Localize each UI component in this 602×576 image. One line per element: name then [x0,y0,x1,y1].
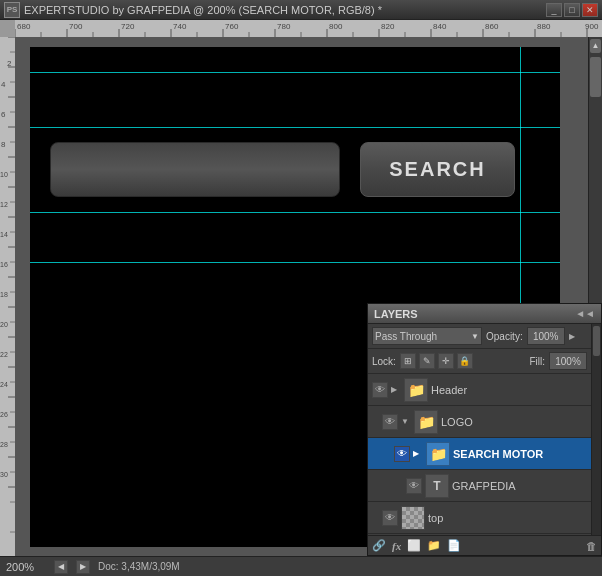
guide-line-h4 [30,262,560,263]
search-button-element[interactable]: SEARCH [360,142,515,197]
layers-panel: LAYERS ◄◄ Pass Through ▼ Opacity: 100% ▶… [367,303,602,556]
layers-label: LAYERS [374,308,418,320]
svg-text:24: 24 [0,381,8,388]
svg-text:14: 14 [0,231,8,238]
blend-mode-row: Pass Through ▼ Opacity: 100% ▶ [368,324,601,349]
svg-text:780: 780 [277,22,291,31]
expand-logo[interactable]: ▼ [401,417,411,426]
folder-thumb-header: 📁 [404,378,428,402]
checker-thumb-top [401,506,425,530]
svg-text:800: 800 [329,22,343,31]
layer-list: 👁 ▶ 📁 Header 👁 ▼ 📁 LOGO 👁 ▶ 📁 SEARCH MOT… [368,374,601,535]
layers-panel-title: LAYERS ◄◄ [368,304,601,324]
title-bar-text: EXPERTSTUDIO by GRAFPEDIA @ 200% (SEARCH… [20,4,546,16]
layers-collapse-button[interactable]: ◄◄ [575,308,595,319]
lock-fill-row: Lock: ⊞ ✎ ✛ 🔒 Fill: 100% ▶ [368,349,601,374]
minimize-button[interactable]: _ [546,3,562,17]
layer-row-top[interactable]: 👁 top [368,502,601,534]
search-input-element [50,142,340,197]
close-button[interactable]: ✕ [582,3,598,17]
eye-icon-search-motor[interactable]: 👁 [394,446,410,462]
eye-icon-grafpedia[interactable]: 👁 [406,478,422,494]
fx-icon[interactable]: fx [392,540,401,552]
svg-text:26: 26 [0,411,8,418]
ruler-body: 680 700 720 740 760 780 800 820 840 860 [15,20,602,37]
next-page-button[interactable]: ▶ [76,560,90,574]
layer-label-header: Header [431,384,597,396]
mask-icon[interactable]: ⬜ [407,539,421,552]
svg-text:720: 720 [121,22,135,31]
text-thumb-grafpedia: T [425,474,449,498]
lock-position-icon[interactable]: ⊞ [400,353,416,369]
svg-text:28: 28 [0,441,8,448]
svg-text:760: 760 [225,22,239,31]
lock-move-icon[interactable]: ✛ [438,353,454,369]
restore-button[interactable]: □ [564,3,580,17]
layer-label-grafpedia: GRAFPEDIA [452,480,597,492]
layers-scrollbar[interactable] [591,324,601,535]
fill-row: Fill: 100% ▶ [529,352,597,370]
svg-text:22: 22 [0,351,8,358]
scroll-up-arrow[interactable]: ▲ [590,39,601,53]
layers-scroll-thumb[interactable] [593,326,600,356]
layers-bottom-bar: 🔗 fx ⬜ 📁 📄 🗑 [368,535,601,555]
layer-row-grafpedia[interactable]: 👁 T GRAFPEDIA [368,470,601,502]
zoom-level: 200% [6,561,46,573]
lock-all-icon[interactable]: 🔒 [457,353,473,369]
svg-text:840: 840 [433,22,447,31]
ruler-corner [0,20,15,37]
svg-text:6: 6 [1,110,6,119]
opacity-row: Opacity: 100% ▶ [486,327,575,345]
folder-thumb-logo: 📁 [414,410,438,434]
svg-text:4: 4 [1,80,6,89]
blend-mode-select[interactable]: Pass Through ▼ [372,327,482,345]
vertical-ruler: 2 4 6 8 10 12 14 16 18 20 22 [0,37,15,556]
lock-pixels-icon[interactable]: ✎ [419,353,435,369]
title-bar-buttons: _ □ ✕ [546,3,598,17]
svg-text:2: 2 [7,59,12,68]
svg-text:8: 8 [1,140,6,149]
layer-row-logo[interactable]: 👁 ▼ 📁 LOGO [368,406,601,438]
expand-header[interactable]: ▶ [391,385,401,394]
new-layer-icon[interactable]: 📄 [447,539,461,552]
app-container: PS EXPERTSTUDIO by GRAFPEDIA @ 200% (SEA… [0,0,602,576]
prev-page-button[interactable]: ◀ [54,560,68,574]
svg-text:700: 700 [69,22,83,31]
title-bar: PS EXPERTSTUDIO by GRAFPEDIA @ 200% (SEA… [0,0,602,20]
svg-text:16: 16 [0,261,8,268]
horizontal-ruler: 680 700 720 740 760 780 800 820 840 860 [0,20,602,37]
svg-text:680: 680 [17,22,31,31]
svg-text:860: 860 [485,22,499,31]
group-icon[interactable]: 📁 [427,539,441,552]
layer-label-top: top [428,512,597,524]
opacity-arrow[interactable]: ▶ [569,332,575,341]
layer-row-header[interactable]: 👁 ▶ 📁 Header [368,374,601,406]
ruler-svg: 680 700 720 740 760 780 800 820 840 860 [15,20,602,37]
guide-line-h2 [30,127,560,128]
scroll-thumb-v[interactable] [590,57,601,97]
trash-icon[interactable]: 🗑 [586,540,597,552]
svg-text:12: 12 [0,201,8,208]
svg-rect-0 [15,20,602,37]
doc-info: Doc: 3,43M/3,09M [98,561,596,572]
expand-search-motor[interactable]: ▶ [413,449,423,458]
eye-icon-header[interactable]: 👁 [372,382,388,398]
fill-value[interactable]: 100% [549,352,587,370]
svg-text:820: 820 [381,22,395,31]
guide-line-h1 [30,72,560,73]
eye-icon-logo[interactable]: 👁 [382,414,398,430]
app-icon: PS [4,2,20,18]
svg-text:900: 900 [585,22,599,31]
search-button-label: SEARCH [389,158,485,181]
svg-text:20: 20 [0,321,8,328]
eye-icon-top[interactable]: 👁 [382,510,398,526]
svg-text:880: 880 [537,22,551,31]
svg-text:10: 10 [0,171,8,178]
svg-text:740: 740 [173,22,187,31]
folder-thumb-search-motor: 📁 [426,442,450,466]
status-bar: 200% ◀ ▶ Doc: 3,43M/3,09M [0,556,602,576]
guide-line-h3 [30,212,560,213]
layer-row-search-motor[interactable]: 👁 ▶ 📁 SEARCH MOTOR [368,438,601,470]
opacity-value[interactable]: 100% [527,327,565,345]
link-icon[interactable]: 🔗 [372,539,386,552]
